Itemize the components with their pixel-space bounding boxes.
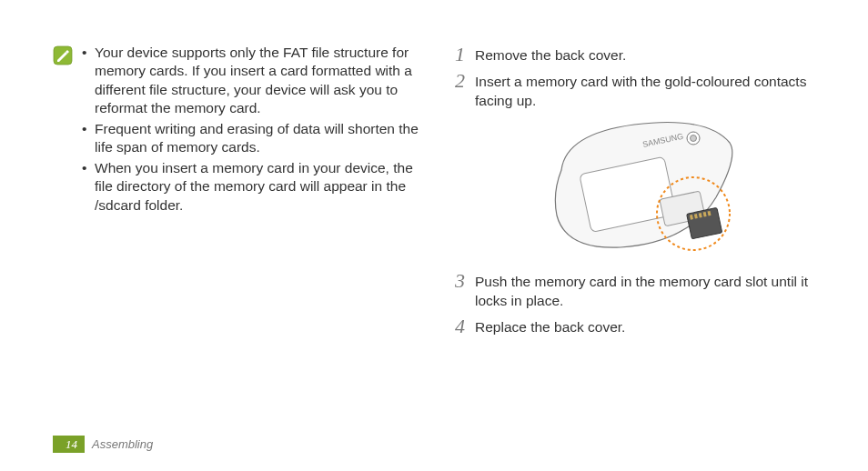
- note-bullet: • Frequent writing and erasing of data w…: [82, 120, 429, 157]
- note-bullet-text: Your device supports only the FAT file s…: [95, 44, 429, 118]
- step-text: Push the memory card in the memory card …: [475, 270, 832, 310]
- step-item: 2 Insert a memory card with the gold-col…: [455, 70, 832, 110]
- memory-card-illustration: SAMSUNG: [534, 115, 752, 261]
- page-number-badge: 14: [53, 436, 85, 453]
- note-bullets: • Your device supports only the FAT file…: [82, 44, 429, 216]
- step-text: Remove the back cover.: [475, 44, 832, 65]
- note-bullet-text: Frequent writing and erasing of data wil…: [95, 120, 429, 157]
- step-number: 2: [455, 70, 475, 110]
- step-number: 4: [455, 316, 475, 336]
- bullet-dot: •: [82, 44, 95, 118]
- bullet-dot: •: [82, 120, 95, 157]
- step-text: Replace the back cover.: [475, 316, 832, 336]
- step-item: 1 Remove the back cover.: [455, 44, 832, 65]
- step-item: 4 Replace the back cover.: [455, 316, 832, 336]
- content-columns: • Your device supports only the FAT file…: [53, 44, 832, 343]
- step-number: 1: [455, 44, 475, 65]
- note-bullet-text: When you insert a memory card in your de…: [95, 159, 429, 215]
- steps-list: 1 Remove the back cover. 2 Insert a memo…: [455, 44, 832, 337]
- right-column: 1 Remove the back cover. 2 Insert a memo…: [455, 44, 832, 343]
- bullet-dot: •: [82, 159, 95, 215]
- page-footer: 14 Assembling: [53, 436, 153, 453]
- note-box: • Your device supports only the FAT file…: [53, 44, 429, 216]
- step-item: 3 Push the memory card in the memory car…: [455, 270, 832, 310]
- left-column: • Your device supports only the FAT file…: [53, 44, 429, 343]
- note-bullet: • Your device supports only the FAT file…: [82, 44, 429, 118]
- step-text: Insert a memory card with the gold-colou…: [475, 70, 832, 110]
- svg-point-2: [691, 135, 697, 142]
- note-bullet: • When you insert a memory card in your …: [82, 159, 429, 215]
- section-title: Assembling: [92, 436, 153, 452]
- step-number: 3: [455, 270, 475, 310]
- note-icon: [53, 45, 73, 65]
